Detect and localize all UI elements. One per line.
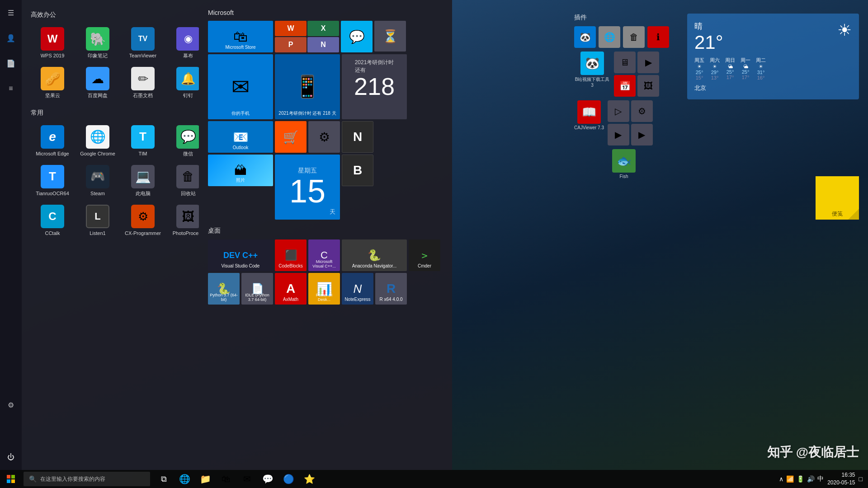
plugin-p1[interactable]: 🖥: [614, 52, 636, 73]
tile-mail[interactable]: ✉ 你的手机: [208, 54, 273, 119]
app-listen1[interactable]: L Listen1: [76, 201, 119, 239]
teamviewer-icon: TV: [131, 27, 155, 51]
tile-photos[interactable]: 🏔 照片: [208, 155, 273, 186]
wechat-icon: 💬: [176, 125, 199, 149]
app-dingtalk[interactable]: 🔔 钉钉: [166, 63, 199, 101]
hamburger-menu-icon[interactable]: ☰: [2, 4, 20, 22]
app-thispc[interactable]: 💻 此电脑: [121, 161, 165, 199]
tile-taobao[interactable]: 🛒: [275, 121, 307, 153]
tile-cmder-label: Cmder: [409, 263, 440, 269]
app-chrome[interactable]: 🌐 Google Chrome: [76, 122, 119, 160]
plugin-p8[interactable]: ▶: [631, 124, 653, 145]
app-wechat[interactable]: 💬 微信: [166, 122, 199, 160]
tray-battery-icon[interactable]: 🔋: [797, 475, 804, 483]
app-cx[interactable]: ⚙ CX-Programmer: [121, 201, 165, 239]
sticky-note[interactable]: 便笺: [816, 176, 859, 220]
weather-main: 晴 21°: [694, 21, 723, 53]
tile-codeblocks[interactable]: ⬛ CodeBlocks: [275, 239, 307, 271]
tile-msstore[interactable]: 🛍 Microsoft Store: [208, 21, 273, 52]
tile-settings[interactable]: ⚙: [308, 121, 340, 153]
tile-powerbi[interactable]: 📊 Power BI Desk...: [308, 273, 340, 305]
plugin-cajviewer[interactable]: 📖 CAJViewer 7.3: [574, 100, 604, 145]
settings-rail-icon[interactable]: ⚙: [2, 396, 20, 414]
list-icon[interactable]: ≡: [2, 80, 20, 98]
plugin-p3[interactable]: 📅: [614, 75, 636, 97]
tray-wifi-icon[interactable]: 🔊: [807, 475, 815, 483]
app-jianguo[interactable]: 🥜 坚果云: [31, 63, 74, 101]
app-tim[interactable]: T TIM: [121, 122, 165, 160]
day2-high: 25°: [725, 69, 735, 75]
app-steam-label: Steam: [90, 190, 105, 197]
tray-network-icon[interactable]: 📶: [786, 475, 794, 483]
taskbar-clock[interactable]: 16:35 2020-05-15: [827, 471, 855, 487]
edge-icon: e: [41, 125, 64, 149]
app-recycle[interactable]: 🗑 回收站: [166, 161, 199, 199]
tray-lang[interactable]: 中: [817, 475, 824, 483]
taskbar-edge[interactable]: 🌐: [175, 470, 194, 488]
plugin-bilibili-dl[interactable]: 🐼 B站视频下载工具 3: [574, 52, 610, 97]
app-mubu[interactable]: ◉ 幕布: [166, 23, 199, 61]
tile-outlook[interactable]: 📧 Outlook: [208, 121, 273, 153]
day0-name: 周五: [694, 57, 704, 64]
app-tianruo[interactable]: T TianruoOCR64: [31, 161, 74, 199]
cx-icon: ⚙: [131, 205, 155, 228]
plugin-fish[interactable]: 🐟 Fish: [574, 149, 674, 179]
tile-excel[interactable]: X: [307, 21, 339, 36]
plugin-p2[interactable]: ▶: [637, 52, 659, 73]
tile-cmder[interactable]: > Cmder: [409, 239, 440, 271]
tile-idle[interactable]: 📄 IDLE (Python 3.7 64-bit): [241, 273, 273, 305]
tile-r64[interactable]: R R x64 4.0.0: [375, 273, 407, 305]
taskbar-wechat[interactable]: 💬: [258, 470, 278, 488]
app-baiduyun[interactable]: ☁ 百度网盘: [76, 63, 119, 101]
plugin-p7[interactable]: ▶: [608, 124, 629, 145]
plugin-bilibili-dl-icon[interactable]: 🐼: [574, 26, 596, 48]
start-button[interactable]: [0, 470, 22, 488]
tile-word[interactable]: W: [275, 21, 307, 36]
taskbar-explorer[interactable]: 📁: [195, 470, 215, 488]
taskbar-app1[interactable]: ✉: [237, 470, 257, 488]
taskbar-store[interactable]: 🛍: [216, 470, 236, 488]
taskbar-search-bar[interactable]: 🔍 在这里输入你要搜索的内容: [24, 472, 150, 486]
plugin-p4[interactable]: 🖼: [637, 75, 659, 97]
tile-note-b[interactable]: B: [342, 155, 373, 186]
tile-note-n[interactable]: N: [342, 121, 373, 153]
tile-anaconda[interactable]: 🐍 Anaconda Navigator...: [342, 239, 407, 271]
tile-yourphone[interactable]: 📱 2021考研倒计时 还有 218 天: [275, 54, 340, 119]
plugin-icon4[interactable]: ℹ: [647, 26, 669, 48]
tile-calendar[interactable]: 星期五 15 天: [275, 155, 340, 220]
app-cctalk[interactable]: C CCtalk: [31, 201, 74, 239]
app-photo[interactable]: 🖼 PhotoProcess: [166, 201, 199, 239]
tile-ppt[interactable]: P: [275, 37, 307, 52]
app-yinxiang[interactable]: 🐘 印象笔记: [76, 23, 119, 61]
tile-vscode[interactable]: DEV C++ Visual Studio Code: [208, 239, 273, 271]
tray-notification-icon[interactable]: □: [859, 475, 863, 483]
tile-axmath[interactable]: A AxMath: [275, 273, 307, 305]
app-teamviewer[interactable]: TV TeamViewer: [121, 23, 165, 61]
plugin-icon3[interactable]: 🗑: [623, 26, 645, 48]
tile-hourglass[interactable]: ⏳: [374, 21, 406, 52]
tile-onenote[interactable]: N: [307, 37, 339, 52]
documents-icon[interactable]: 📄: [2, 54, 20, 72]
plugin-p5[interactable]: ▷: [608, 100, 629, 122]
svg-rect-2: [7, 479, 10, 483]
power-icon[interactable]: ⏻: [2, 448, 20, 466]
tile-codeblocks-label: CodeBlocks: [275, 263, 307, 269]
tile-noteexpress[interactable]: N NoteExpress: [342, 273, 373, 305]
taskbar-task-view[interactable]: ⧉: [154, 470, 174, 488]
app-edge[interactable]: e Microsoft Edge: [31, 122, 74, 160]
user-icon[interactable]: 👤: [2, 29, 20, 47]
day3-name: 周一: [741, 57, 750, 64]
app-steam[interactable]: 🎮 Steam: [76, 161, 119, 199]
tiles-section-microsoft: Microsoft: [208, 9, 443, 16]
tile-countdown[interactable]: 2021考研倒计时还有 218: [342, 54, 407, 119]
taskbar-tim[interactable]: ⭐: [299, 470, 319, 488]
tile-msvcpp[interactable]: C Microsoft Visual C++...: [308, 239, 340, 271]
plugin-p6[interactable]: ⚙: [631, 100, 653, 122]
app-wps[interactable]: W WPS 2019: [31, 23, 74, 61]
tray-chevron-icon[interactable]: ∧: [779, 475, 783, 483]
taskbar-app3[interactable]: 🔵: [278, 470, 298, 488]
tile-python[interactable]: 🐍 Python 3.7 (64-bit): [208, 273, 240, 305]
plugin-icon2[interactable]: 🌐: [599, 26, 620, 48]
app-shimo[interactable]: ✏ 石墨文档: [121, 63, 165, 101]
tile-skype[interactable]: 💬: [341, 21, 373, 52]
